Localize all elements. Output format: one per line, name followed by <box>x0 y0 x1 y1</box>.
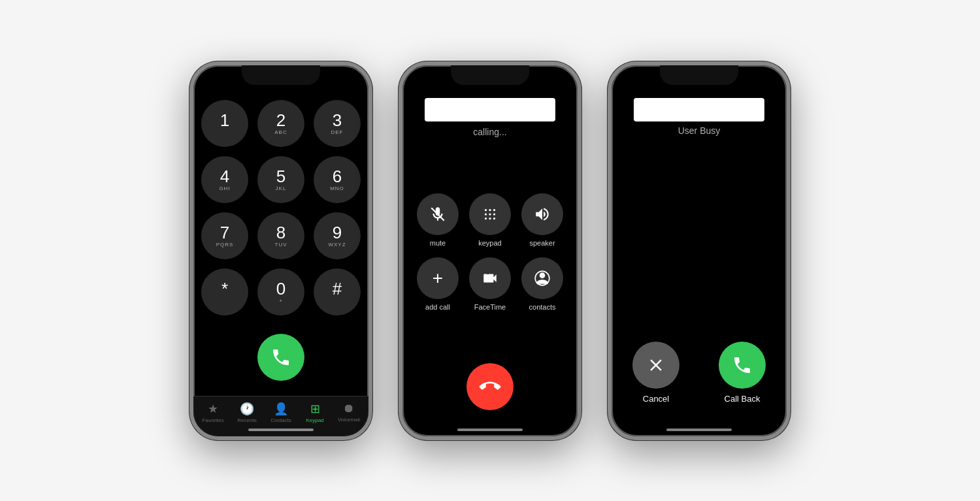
ctrl-addcall[interactable]: + add call <box>417 257 459 311</box>
dial-letters-4: GHI <box>219 186 230 191</box>
dial-num-1: 1 <box>220 112 229 129</box>
dial-letters-7: PQRS <box>216 242 234 248</box>
tab-recents[interactable]: 🕐 Recents <box>233 402 261 423</box>
svg-point-9 <box>493 217 495 219</box>
dial-btn-star[interactable]: * <box>201 268 248 315</box>
dial-num-2: 2 <box>276 112 286 129</box>
home-indicator-3 <box>666 428 732 431</box>
callback-circle <box>719 342 766 389</box>
ctrl-mute[interactable]: mute <box>417 193 459 247</box>
watermark-3: macReports.com <box>641 155 758 172</box>
keypad-ctrl-label: keypad <box>478 239 501 247</box>
dial-num-star: * <box>221 280 228 297</box>
ctrl-contacts[interactable]: contacts <box>521 257 563 311</box>
watermark-2: macReports.com <box>432 157 549 174</box>
facetime-label: FaceTime <box>474 303 506 311</box>
recents-icon: 🕐 <box>240 402 254 416</box>
tab-recents-label: Recents <box>237 417 256 423</box>
svg-point-4 <box>485 213 487 215</box>
dial-num-hash: # <box>333 280 342 297</box>
dial-btn-7[interactable]: 7 PQRS <box>201 212 248 259</box>
keypad-icon: ⊞ <box>310 402 320 416</box>
dial-btn-3[interactable]: 3 DEF <box>314 100 361 147</box>
dial-num-0: 0 <box>276 280 286 297</box>
dial-btn-4[interactable]: 4 GHI <box>201 156 248 203</box>
dial-num-3: 3 <box>333 112 342 129</box>
tab-keypad-label: Keypad <box>306 417 323 423</box>
tab-contacts-label: Contacts <box>270 417 291 423</box>
call-screen: calling... macReports.com mute <box>402 65 578 436</box>
end-call-button[interactable] <box>466 363 514 410</box>
dial-letters-3: DEF <box>331 129 344 135</box>
dial-num-8: 8 <box>276 224 286 241</box>
tab-contacts[interactable]: 👤 Contacts <box>267 402 295 423</box>
dial-letters-hash <box>336 298 338 304</box>
tab-favorites[interactable]: ★ Favorites <box>199 402 227 423</box>
dial-num-6: 6 <box>333 168 342 185</box>
dial-btn-0[interactable]: 0 + <box>257 268 304 315</box>
phone-icon <box>270 347 291 368</box>
ctrl-speaker[interactable]: speaker <box>521 193 563 247</box>
speaker-circle <box>521 193 563 235</box>
mute-label: mute <box>430 239 446 247</box>
svg-point-7 <box>485 217 487 219</box>
svg-point-5 <box>489 213 491 215</box>
svg-point-3 <box>493 208 495 210</box>
dialpad-area: 1 2 ABC 3 DEF 4 GHI <box>193 65 368 396</box>
call-button[interactable] <box>257 334 304 381</box>
dial-num-7: 7 <box>220 224 229 241</box>
tab-keypad[interactable]: ⊞ Keypad <box>301 402 329 423</box>
dial-btn-6[interactable]: 6 MNO <box>314 156 361 203</box>
dial-letters-8: TUV <box>275 242 287 248</box>
busy-screen: User Busy macReports.com Cancel <box>612 65 787 436</box>
dial-letters-2: ABC <box>274 129 287 135</box>
dial-letters-6: MNO <box>330 186 344 191</box>
callback-button[interactable]: Call Back <box>719 342 766 404</box>
dial-btn-2[interactable]: 2 ABC <box>257 100 304 147</box>
svg-point-6 <box>493 213 495 215</box>
ctrl-keypad[interactable]: keypad <box>469 193 511 247</box>
dial-letters-0: + <box>279 298 283 304</box>
dial-btn-hash[interactable]: # <box>314 268 361 315</box>
dial-num-9: 9 <box>333 224 342 241</box>
dial-letters-1 <box>223 129 225 135</box>
facetime-icon <box>482 270 498 287</box>
end-call-icon <box>475 372 504 401</box>
contacts-icon: 👤 <box>274 402 288 416</box>
cancel-label: Cancel <box>643 394 669 404</box>
phone-busy: User Busy macReports.com Cancel <box>608 61 791 440</box>
dial-letters-5: JKL <box>276 186 287 191</box>
dial-num-5: 5 <box>276 168 286 185</box>
phones-container: 1 2 ABC 3 DEF 4 GHI <box>163 35 817 466</box>
home-indicator-2 <box>457 428 523 431</box>
contacts-ctrl-icon <box>534 270 551 287</box>
end-call-row <box>466 363 514 410</box>
call-status: calling... <box>473 127 506 137</box>
cancel-button[interactable]: Cancel <box>632 342 679 404</box>
dial-btn-9[interactable]: 9 WXYZ <box>314 212 361 259</box>
home-indicator-1 <box>248 428 314 431</box>
ctrl-facetime[interactable]: FaceTime <box>469 257 511 311</box>
dial-num-4: 4 <box>220 168 229 185</box>
addcall-circle: + <box>417 257 459 299</box>
voicemail-icon: ⏺ <box>343 402 355 415</box>
dial-btn-5[interactable]: 5 JKL <box>257 156 304 203</box>
favorites-icon: ★ <box>208 402 218 416</box>
tab-favorites-label: Favorites <box>203 417 224 423</box>
busy-name-bar <box>634 98 764 121</box>
tab-voicemail[interactable]: ⏺ Voicemail <box>335 402 363 423</box>
dial-letters-9: WXYZ <box>328 242 346 248</box>
svg-rect-10 <box>487 273 489 274</box>
caller-name-bar <box>425 98 555 121</box>
dial-btn-1[interactable]: 1 <box>201 100 248 147</box>
callback-phone-icon <box>732 355 753 376</box>
busy-status: User Busy <box>678 125 721 136</box>
cancel-icon <box>646 355 666 375</box>
phone-dialpad: 1 2 ABC 3 DEF 4 GHI <box>189 61 372 440</box>
cancel-circle <box>632 342 679 389</box>
busy-actions: Cancel Call Back <box>632 342 766 404</box>
speaker-icon <box>534 206 551 223</box>
svg-point-8 <box>489 217 491 219</box>
dial-btn-8[interactable]: 8 TUV <box>257 212 304 259</box>
mute-circle <box>417 193 459 235</box>
